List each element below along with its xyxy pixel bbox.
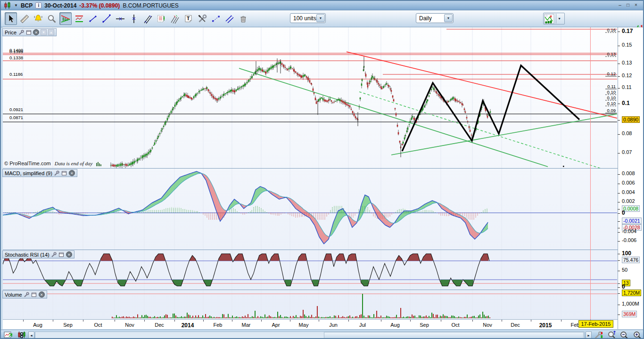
panel-settings-icon[interactable] bbox=[51, 251, 57, 258]
close-button[interactable]: × bbox=[633, 2, 639, 8]
tool-fibonacci-retracement-button[interactable] bbox=[155, 12, 167, 25]
xaxis-tick bbox=[381, 320, 381, 322]
zoom-range-button[interactable] bbox=[605, 331, 617, 339]
svg-text:0.16: 0.16 bbox=[607, 27, 616, 32]
new-chart-window-button[interactable] bbox=[3, 331, 14, 339]
volume-chart[interactable] bbox=[3, 290, 618, 319]
tool-zoom-magnifier-button[interactable] bbox=[46, 12, 58, 25]
quote-date: 30-Oct-2014 bbox=[44, 2, 76, 9]
period-dropdown[interactable]: Daily ▼ bbox=[416, 13, 454, 23]
info-icon[interactable]: i bbox=[35, 2, 41, 8]
scrollbar-thumb[interactable] bbox=[324, 332, 584, 339]
tool-pitchfork-button[interactable] bbox=[169, 12, 181, 25]
panel-move-down-icon: ▼ bbox=[41, 29, 47, 35]
xaxis-tick bbox=[261, 320, 262, 322]
tool-support-resistance-button[interactable] bbox=[73, 12, 85, 25]
panel-detach-icon[interactable] bbox=[31, 291, 37, 298]
drawing-toolbar: T bbox=[5, 12, 249, 25]
scroll-left-button[interactable]: ◄ bbox=[28, 331, 34, 339]
axis-tick bbox=[618, 241, 620, 242]
axis-tick bbox=[618, 315, 620, 315]
tool-horizontal-line-button[interactable] bbox=[114, 12, 126, 25]
zoom-range-icon bbox=[606, 331, 616, 339]
axis-tick bbox=[618, 232, 620, 233]
symbol-dropdown-caret[interactable]: ▼ bbox=[14, 3, 18, 8]
stoch-chart[interactable] bbox=[3, 250, 618, 290]
zoom-out-button[interactable] bbox=[619, 331, 630, 339]
tool-segment-button[interactable] bbox=[87, 12, 99, 25]
tool-dotted-segment-button[interactable] bbox=[210, 12, 222, 25]
linked-candles-icon bbox=[17, 331, 26, 339]
tool-delete-drawings-button[interactable] bbox=[237, 12, 249, 25]
tool-alarm-bell-button[interactable] bbox=[32, 12, 44, 25]
axis-tick bbox=[618, 134, 620, 135]
delete-drawings-icon bbox=[238, 14, 248, 24]
tool-drawing-tools-button[interactable] bbox=[196, 12, 208, 25]
date-cursor-line[interactable] bbox=[590, 27, 591, 319]
axis-value: 0.1 bbox=[622, 100, 630, 106]
display-settings-button[interactable] bbox=[593, 331, 604, 339]
axis-value: 0.004 bbox=[622, 189, 635, 195]
panel-separator[interactable] bbox=[3, 290, 618, 290]
macd-chart[interactable] bbox=[3, 168, 618, 250]
tool-pattern-detector-button[interactable] bbox=[59, 12, 72, 25]
svg-text:0.12: 0.12 bbox=[607, 71, 616, 76]
tool-parallel-line-button[interactable] bbox=[223, 12, 236, 25]
panel-settings-icon[interactable] bbox=[24, 291, 30, 298]
axis-value: 0.13 bbox=[622, 60, 632, 65]
axis-value-tag: 1,720M bbox=[622, 290, 641, 296]
fibonacci-retracement-icon bbox=[156, 14, 166, 24]
restore-button[interactable]: □ bbox=[625, 2, 631, 8]
units-dropdown[interactable]: 100 units ▼ bbox=[290, 13, 326, 23]
zoom-in-button[interactable] bbox=[632, 331, 643, 339]
window-controls: – □ × bbox=[617, 2, 639, 8]
axis-tick bbox=[618, 76, 620, 77]
panel-close-icon[interactable]: × bbox=[33, 29, 39, 35]
tool-trendline-button[interactable] bbox=[100, 12, 113, 25]
date-cursor-label: 17-Feb-2015 bbox=[578, 320, 613, 328]
panel-settings-icon[interactable] bbox=[54, 170, 60, 176]
panel-close-icon[interactable]: × bbox=[66, 251, 72, 258]
data-note: Data is end of day bbox=[55, 161, 93, 166]
scrollbar-track[interactable] bbox=[35, 331, 585, 339]
main-toolbar: T 100 units ▼ Daily ▼ ▼ bbox=[1, 10, 643, 27]
xaxis-label: Aug bbox=[385, 322, 405, 328]
scroll-right-button[interactable]: ► bbox=[586, 331, 592, 339]
xaxis-tick bbox=[410, 320, 411, 322]
axis-tick bbox=[618, 64, 620, 64]
axis-tick bbox=[618, 88, 620, 89]
panel-separator[interactable] bbox=[3, 250, 618, 250]
xaxis-tick bbox=[319, 320, 319, 322]
xaxis-strip[interactable]: AugSepOctNovDec2014FebMarAprMayJunJulAug… bbox=[3, 319, 618, 329]
svg-text:0.0871: 0.0871 bbox=[9, 115, 23, 120]
xaxis-tick bbox=[53, 320, 53, 322]
xaxis-label: Jul bbox=[352, 322, 373, 328]
link-chart-button[interactable] bbox=[16, 331, 27, 339]
drawing-tools-icon bbox=[197, 14, 207, 24]
units-dropdown-value: 100 units bbox=[293, 15, 316, 22]
chart-type-caret-icon[interactable]: ▼ bbox=[556, 17, 562, 20]
price-chart[interactable]: 0.14000.13990.13380.11860.09210.08710.16… bbox=[3, 27, 618, 168]
axis-value: 0.11 bbox=[622, 84, 632, 90]
panel-detach-icon[interactable] bbox=[58, 251, 65, 258]
right-axis[interactable]: 0.170.150.130.120.110.10.08900.080.070.0… bbox=[618, 27, 644, 329]
new-chart-icon bbox=[4, 331, 13, 339]
panel-separator[interactable] bbox=[3, 168, 618, 169]
tool-text-note-button[interactable]: T bbox=[182, 12, 195, 25]
minimize-button[interactable]: – bbox=[617, 2, 623, 8]
svg-text:0.09: 0.09 bbox=[607, 108, 616, 113]
tool-vertical-line-button[interactable] bbox=[128, 12, 140, 25]
chart-type-button[interactable]: ▼ bbox=[543, 13, 565, 24]
panel-detach-icon[interactable] bbox=[61, 170, 67, 176]
tool-parallel-channel-button[interactable] bbox=[141, 12, 154, 25]
panel-close-icon[interactable]: × bbox=[39, 291, 45, 298]
taskbar: ◄ ► bbox=[1, 330, 643, 339]
tool-ruler-button[interactable] bbox=[18, 12, 31, 25]
period-dropdown-caret-icon[interactable]: ▼ bbox=[444, 14, 453, 22]
axis-value: 0 bbox=[622, 210, 625, 216]
units-dropdown-caret-icon[interactable]: ▼ bbox=[316, 14, 325, 22]
panel-close-icon[interactable]: × bbox=[69, 170, 75, 176]
panel-detach-icon[interactable] bbox=[25, 29, 32, 35]
tool-select-cursor-button[interactable] bbox=[5, 12, 17, 25]
panel-settings-icon[interactable] bbox=[18, 29, 24, 35]
